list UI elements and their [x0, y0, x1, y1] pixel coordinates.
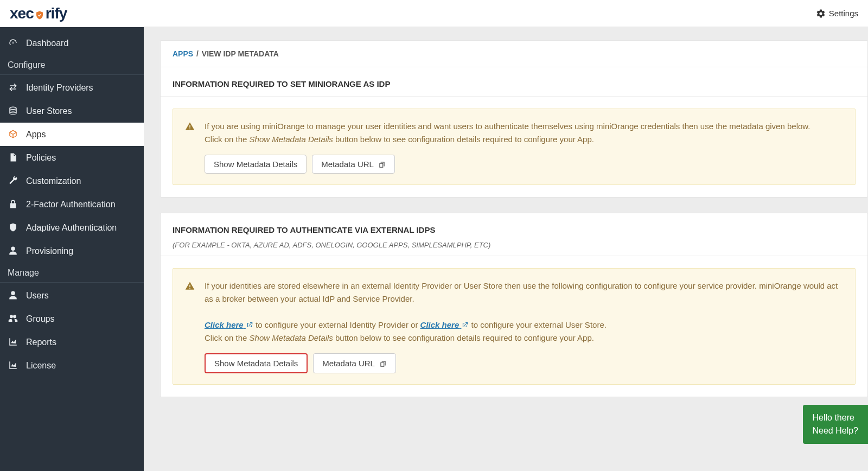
logo-text-pre: xec — [10, 5, 34, 22]
sidebar-item-label: Identity Providers — [26, 83, 93, 93]
logo-text-post: rify — [46, 5, 67, 22]
settings-link[interactable]: Settings — [816, 9, 858, 18]
section1-title: INFORMATION REQUIRED TO SET MINIORANGE A… — [161, 67, 867, 97]
help-widget[interactable]: Hello there Need Help? — [803, 405, 869, 444]
sidebar-section-manage: Manage — [0, 263, 144, 283]
sidebar-item-label: 2-Factor Authentication — [26, 200, 116, 209]
alert-line: button below to see configuration detail… — [333, 135, 594, 144]
help-line1: Hello there — [813, 411, 859, 424]
show-metadata-button-2[interactable]: Show Metadata Details — [205, 353, 308, 373]
alert-line: If your identities are stored elsewhere … — [205, 281, 838, 303]
link-text: Click here — [420, 320, 459, 329]
external-link-icon — [461, 321, 469, 329]
logo-shield-icon — [35, 5, 44, 22]
alert-line: Click on the — [205, 135, 250, 144]
sidebar-item-policies[interactable]: Policies — [0, 146, 144, 169]
copy-icon — [378, 160, 386, 169]
section2-subtitle: (FOR EXAMPLE - OKTA, AZURE AD, ADFS, ONE… — [161, 241, 867, 256]
sidebar-item-label: Users — [26, 291, 49, 301]
logo: xec rify — [10, 5, 67, 22]
alert-line: to configure your external User Store. — [469, 320, 606, 329]
database-icon — [8, 106, 18, 116]
card-external-idp: INFORMATION REQUIRED TO AUTHENTICATE VIA… — [160, 213, 868, 397]
sidebar-item-label: Policies — [26, 153, 56, 163]
link-text: Click here — [205, 320, 244, 329]
sidebar-item-user-stores[interactable]: User Stores — [0, 99, 144, 123]
section2-title: INFORMATION REQUIRED TO AUTHENTICATE VIA… — [161, 213, 867, 241]
chart-icon — [8, 337, 18, 347]
file-icon — [8, 152, 18, 163]
btn-label: Show Metadata Details — [214, 160, 297, 169]
chart-icon — [8, 360, 18, 371]
alert-em: Show Metadata Details — [250, 135, 333, 144]
help-line2: Need Help? — [813, 424, 859, 437]
sidebar-item-label: Adaptive Authentication — [26, 223, 117, 233]
alert-box-2: If your identities are stored elsewhere … — [173, 268, 856, 385]
alert-line: button below to see configuration detail… — [333, 333, 594, 342]
alert-line: If you are using miniOrange to manage yo… — [205, 122, 810, 131]
gear-icon — [816, 9, 826, 18]
alert-line: to configure your external Identity Prov… — [253, 320, 420, 329]
btn-label: Show Metadata Details — [214, 359, 298, 368]
alert-box-1: If you are using miniOrange to manage yo… — [173, 109, 856, 185]
breadcrumb: APPS / VIEW IDP METADATA — [161, 41, 867, 67]
dashboard-icon — [8, 38, 18, 48]
sidebar-section-configure: Configure — [0, 55, 144, 75]
sidebar-item-license[interactable]: License — [0, 354, 144, 377]
alert-text-1: If you are using miniOrange to manage yo… — [205, 120, 843, 174]
sidebar-item-label: License — [26, 361, 56, 371]
breadcrumb-current: VIEW IDP METADATA — [202, 49, 279, 58]
breadcrumb-sep: / — [196, 49, 199, 58]
exchange-icon — [8, 82, 18, 93]
alert-line: Click on the — [205, 333, 250, 342]
sidebar-item-dashboard[interactable]: Dashboard — [0, 31, 144, 55]
show-metadata-button-1[interactable]: Show Metadata Details — [205, 155, 307, 174]
shield-icon — [8, 222, 18, 233]
sidebar-item-label: Customization — [26, 176, 81, 186]
sidebar-item-label: Dashboard — [26, 39, 68, 48]
settings-label: Settings — [829, 9, 858, 18]
sidebar-item-groups[interactable]: Groups — [0, 307, 144, 330]
main-content: APPS / VIEW IDP METADATA INFORMATION REQ… — [144, 27, 868, 471]
click-here-userstore-link[interactable]: Click here — [420, 320, 469, 329]
sidebar-item-users[interactable]: Users — [0, 284, 144, 307]
sidebar-item-adaptive-auth[interactable]: Adaptive Authentication — [0, 216, 144, 239]
btn-label: Metadata URL — [321, 160, 374, 169]
warning-icon — [185, 281, 195, 373]
card-idp-info: APPS / VIEW IDP METADATA INFORMATION REQ… — [160, 40, 868, 198]
user-icon — [8, 246, 18, 256]
lock-icon — [8, 199, 18, 209]
button-row-1: Show Metadata Details Metadata URL — [205, 155, 843, 174]
sidebar-item-2fa[interactable]: 2-Factor Authentication — [0, 193, 144, 216]
sidebar-item-customization[interactable]: Customization — [0, 169, 144, 193]
breadcrumb-root[interactable]: APPS — [173, 49, 193, 58]
sidebar-item-label: User Stores — [26, 106, 72, 116]
sidebar-item-label: Provisioning — [26, 246, 73, 256]
wrench-icon — [8, 176, 18, 186]
users-icon — [8, 314, 18, 324]
metadata-url-button-2[interactable]: Metadata URL — [313, 353, 396, 373]
alert-em: Show Metadata Details — [250, 333, 333, 342]
topbar: xec rify Settings — [0, 0, 868, 27]
sidebar-item-reports[interactable]: Reports — [0, 330, 144, 354]
user-icon — [8, 290, 18, 301]
sidebar: Dashboard Configure Identity Providers U… — [0, 27, 144, 471]
copy-icon — [379, 359, 387, 368]
sidebar-item-provisioning[interactable]: Provisioning — [0, 239, 144, 263]
btn-label: Metadata URL — [322, 359, 375, 368]
sidebar-item-identity-providers[interactable]: Identity Providers — [0, 76, 144, 99]
metadata-url-button-1[interactable]: Metadata URL — [312, 155, 395, 174]
button-row-2: Show Metadata Details Metadata URL — [205, 353, 843, 373]
sidebar-item-label: Reports — [26, 338, 56, 347]
external-link-icon — [246, 321, 253, 329]
sidebar-item-label: Groups — [26, 314, 54, 324]
sidebar-item-label: Apps — [26, 130, 46, 139]
alert-text-2: If your identities are stored elsewhere … — [205, 279, 843, 373]
click-here-idp-link[interactable]: Click here — [205, 320, 253, 329]
cube-icon — [8, 129, 18, 139]
warning-icon — [185, 121, 195, 174]
sidebar-item-apps[interactable]: Apps — [0, 123, 144, 146]
